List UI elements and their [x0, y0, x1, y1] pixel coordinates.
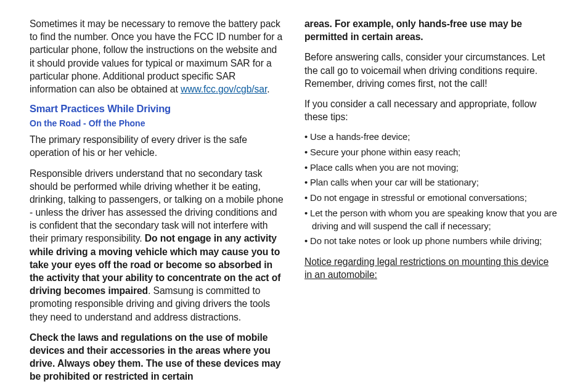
list-item: Plan calls when your car will be station… — [304, 176, 558, 189]
body-paragraph-2: Responsible drivers understand that no s… — [30, 167, 284, 324]
notice-underline: Notice regarding legal restrictions on m… — [304, 256, 549, 280]
intro-text-post: . — [267, 84, 269, 94]
list-item: Use a hands-free device; — [304, 131, 558, 144]
body-paragraph-4: Before answering calls, consider your ci… — [304, 51, 558, 90]
body-paragraph-1: The primary responsibility of every driv… — [30, 133, 284, 159]
notice-paragraph: Notice regarding legal restrictions on m… — [304, 255, 558, 281]
cont-bold-text: areas. For example, only hands-free use … — [304, 18, 522, 42]
list-item: Place calls when you are not moving; — [304, 161, 558, 174]
section-subheading: On the Road - Off the Phone — [30, 118, 284, 128]
left-column: Sometimes it may be necessary to remove … — [30, 17, 284, 391]
intro-paragraph: Sometimes it may be necessary to remove … — [30, 17, 284, 96]
p3-bold: Check the laws and regulations on the us… — [30, 332, 280, 382]
continuation-bold: areas. For example, only hands-free use … — [304, 17, 558, 43]
intro-text-pre: Sometimes it may be necessary to remove … — [30, 18, 282, 94]
list-item: Do not take notes or look up phone numbe… — [304, 235, 558, 248]
list-item: Do not engage in stressful or emotional … — [304, 192, 558, 205]
list-item: Secure your phone within easy reach; — [304, 146, 558, 159]
tips-list: Use a hands-free device; Secure your pho… — [304, 131, 558, 248]
right-column: areas. For example, only hands-free use … — [304, 17, 558, 391]
list-item: Let the person with whom you are speakin… — [304, 207, 558, 232]
body-paragraph-5: If you consider a call necessary and app… — [304, 97, 558, 123]
sar-link[interactable]: www.fcc.gov/cgb/sar — [181, 84, 267, 94]
p2-pre: Responsible drivers understand that no s… — [30, 168, 284, 244]
body-paragraph-3: Check the laws and regulations on the us… — [30, 331, 284, 383]
section-heading: Smart Practices While Driving — [30, 103, 284, 115]
